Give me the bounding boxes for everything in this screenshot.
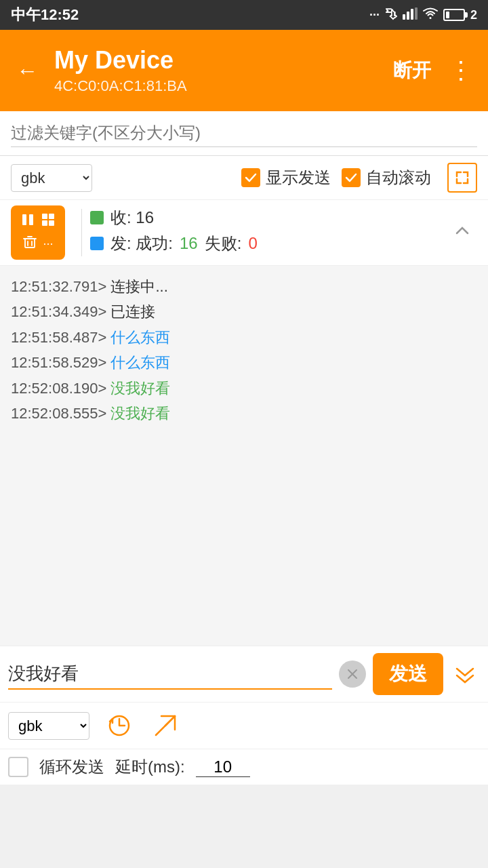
loop-send-checkbox[interactable] [8, 757, 28, 777]
send-fail-prefix: 失败: [205, 233, 242, 254]
expand-button[interactable] [447, 163, 477, 193]
stats-controls: ··· [11, 205, 65, 260]
log-line-3: 12:51:58.529> 什么东西 [11, 350, 477, 375]
pause-clear-row [20, 212, 56, 231]
encoding-row: gbk utf-8 [0, 703, 488, 749]
bottom-area: 发送 gbk utf-8 [0, 646, 488, 785]
more-options-button[interactable]: ⋮ [445, 54, 477, 87]
auto-scroll-checkbox[interactable] [342, 168, 361, 187]
controls-bar: gbk utf-8 显示发送 自动滚动 [0, 156, 488, 200]
trash-icon[interactable] [22, 235, 37, 253]
app-bar-actions: 断开 ⋮ [390, 54, 477, 87]
status-bar: 中午12:52 ··· ⮷ 2 [0, 0, 488, 30]
bluetooth-icon: ⮷ [385, 8, 397, 22]
recv-label: 收: 16 [110, 207, 154, 229]
grid-icon[interactable] [41, 212, 56, 231]
delay-input[interactable] [196, 757, 250, 777]
input-row: 发送 [0, 646, 488, 703]
svg-rect-3 [415, 7, 418, 20]
show-send-checkbox[interactable] [241, 168, 260, 187]
clear-input-button[interactable] [339, 660, 366, 688]
svg-rect-5 [29, 214, 33, 225]
svg-rect-2 [411, 9, 413, 20]
expand-down-button[interactable] [450, 659, 480, 689]
encoding-select[interactable]: gbk utf-8 [11, 164, 92, 192]
svg-rect-8 [42, 220, 47, 226]
send-fail-count: 0 [248, 234, 257, 253]
history-button[interactable] [103, 709, 136, 742]
send-prefix-label: 发: 成功: [110, 233, 173, 254]
svg-rect-4 [22, 214, 26, 225]
log-area: 12:51:32.791> 连接中... 12:51:34.349> 已连接 1… [0, 266, 488, 646]
status-icons: ··· ⮷ 2 [369, 7, 477, 23]
send-stat-row: 发: 成功: 16 失败: 0 [90, 233, 447, 254]
stats-bar: ··· 收: 16 发: 成功: 16 失败: 0 [0, 200, 488, 266]
send-file-button[interactable] [149, 709, 182, 742]
filter-bar [0, 111, 488, 156]
log-line-0: 12:51:32.791> 连接中... [11, 274, 477, 299]
send-button[interactable]: 发送 [373, 653, 443, 695]
stats-info: 收: 16 发: 成功: 16 失败: 0 [90, 207, 447, 258]
status-time: 中午12:52 [11, 5, 79, 25]
delete-row: ··· [22, 235, 53, 253]
svg-rect-0 [403, 14, 405, 20]
auto-scroll-label: 自动滚动 [366, 167, 431, 189]
recv-stat-row: 收: 16 [90, 207, 447, 229]
message-input[interactable] [8, 659, 332, 690]
filter-input[interactable] [11, 119, 477, 147]
show-send-toggle[interactable]: 显示发送 [241, 167, 331, 189]
auto-scroll-toggle[interactable]: 自动滚动 [342, 167, 431, 189]
svg-rect-1 [407, 12, 409, 20]
svg-rect-9 [49, 220, 54, 226]
svg-rect-6 [42, 214, 47, 219]
app-bar: ← My Device 4C:C0:0A:C1:81:BA 断开 ⋮ [0, 30, 488, 111]
dots-icon[interactable]: ··· [43, 237, 53, 251]
battery-level: 2 [470, 8, 477, 22]
device-name: My Device [54, 46, 380, 75]
delay-label: 延时(ms): [115, 756, 185, 778]
back-button[interactable]: ← [11, 53, 43, 89]
log-line-1: 12:51:34.349> 已连接 [11, 299, 477, 324]
battery-icon [443, 9, 465, 21]
log-line-2: 12:51:58.487> 什么东西 [11, 325, 477, 350]
bottom-encoding-select[interactable]: gbk utf-8 [8, 712, 89, 740]
show-send-label: 显示发送 [266, 167, 331, 189]
collapse-button[interactable] [447, 216, 477, 250]
log-line-4: 12:52:08.190> 没我好看 [11, 376, 477, 401]
device-mac: 4C:C0:0A:C1:81:BA [54, 77, 380, 95]
signal-dots-icon: ··· [369, 8, 380, 22]
loop-send-label: 循环发送 [39, 756, 104, 778]
signal-bars-icon [403, 7, 418, 23]
app-bar-title: My Device 4C:C0:0A:C1:81:BA [54, 46, 380, 95]
svg-rect-7 [49, 214, 54, 219]
disconnect-button[interactable]: 断开 [390, 54, 434, 87]
divider [81, 209, 82, 256]
send-success-count: 16 [180, 234, 198, 253]
log-line-5: 12:52:08.555> 没我好看 [11, 401, 477, 426]
svg-rect-10 [25, 239, 35, 248]
loop-row: 循环发送 延时(ms): [0, 749, 488, 785]
send-indicator [90, 237, 104, 250]
wifi-icon [423, 7, 438, 23]
recv-indicator [90, 211, 104, 224]
pause-icon[interactable] [20, 212, 35, 231]
